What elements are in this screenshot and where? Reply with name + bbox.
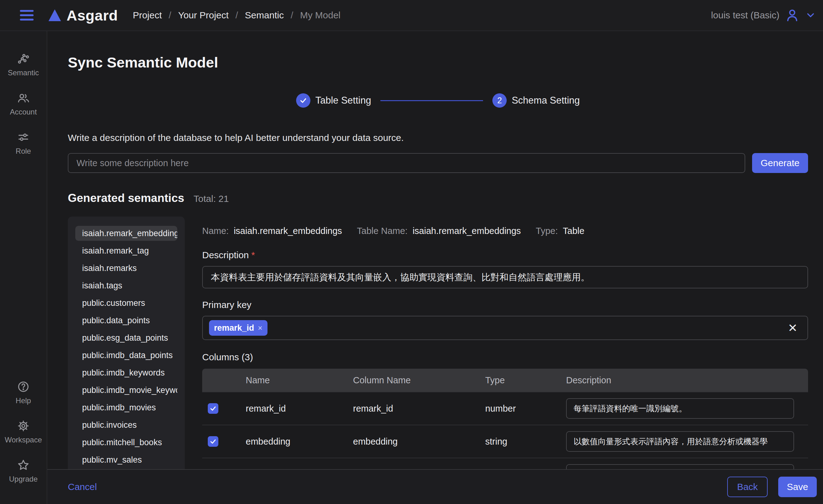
semantics-list-item[interactable]: isaiah.remark_embeddings [75, 226, 177, 241]
semantics-list-item[interactable]: public.mitchell_books [75, 435, 177, 450]
sidebar-item-help[interactable]: Help [0, 375, 47, 410]
cell-type: number [485, 403, 566, 414]
primary-key-chip: remark_id × [209, 320, 268, 336]
required-asterisk: * [251, 250, 255, 260]
breadcrumb-project[interactable]: Project [133, 10, 162, 20]
footer-actions: Back Save [727, 477, 817, 497]
name-value: isaiah.remark_embeddings [233, 226, 342, 236]
semantics-list-item[interactable]: public.invoices [75, 417, 177, 433]
table-name-label: Table Name: [357, 226, 408, 236]
primary-key-input[interactable]: remark_id × ✕ [202, 316, 808, 340]
generate-button[interactable]: Generate [752, 153, 808, 173]
help-circle-icon [17, 380, 30, 393]
table-name-value: isaiah.remark_embeddings [413, 226, 521, 236]
semantics-list-item[interactable]: public.mv_sales [75, 452, 177, 467]
detail-meta-row: Name: isaiah.remark_embeddings Table Nam… [202, 226, 808, 236]
columns-count-label: Columns (3) [202, 352, 808, 362]
footer-bar: Cancel Back Save [47, 469, 823, 504]
breadcrumb-separator: / [235, 10, 238, 20]
step-2-label[interactable]: Schema Setting [512, 95, 580, 106]
step-2-indicator[interactable]: 2 [492, 93, 507, 108]
cell-type: string [485, 437, 566, 447]
sidebar-item-account[interactable]: Account [0, 87, 47, 121]
total-count: Total: 21 [193, 193, 228, 204]
semantics-list-item[interactable]: isaiah.remark_tag [75, 243, 177, 258]
name-label: Name: [202, 226, 228, 236]
cell-name: remark_id [246, 403, 353, 414]
table-description-input[interactable]: 本資料表主要用於儲存評語資料及其向量嵌入，協助實現資料查詢、比對和自然語言處理應… [202, 266, 808, 288]
top-nav: Asgard Project / Your Project / Semantic… [0, 0, 823, 31]
sidebar-item-label: Upgrade [9, 475, 38, 484]
semantics-list-item[interactable]: public.imdb_keywords [75, 365, 177, 380]
user-menu[interactable]: louis test (Basic) [711, 8, 816, 22]
semantics-list-item[interactable]: public.customers [75, 296, 177, 311]
header-column-name: Column Name [353, 375, 485, 385]
type-label: Type: [536, 226, 558, 236]
columns-table-header: Name Column Name Type Description [202, 369, 808, 392]
gear-icon [17, 419, 30, 433]
user-name: louis test (Basic) [711, 10, 780, 20]
database-description-input[interactable] [68, 153, 745, 173]
checkmark-icon [209, 438, 217, 445]
logo-triangle-icon [48, 9, 61, 21]
breadcrumb-separator: / [291, 10, 293, 20]
column-description-input[interactable]: 以數值向量形式表示評語內容，用於語意分析或機器學 [566, 431, 794, 452]
breadcrumb-your-project[interactable]: Your Project [178, 10, 228, 20]
semantics-list: isaiah.remark_embeddingsisaiah.remark_ta… [68, 216, 185, 487]
logo: Asgard [48, 7, 118, 24]
header-type: Type [485, 375, 566, 385]
page-title: Sync Semantic Model [68, 54, 808, 71]
chip-remove-icon[interactable]: × [258, 324, 263, 333]
step-1-check-icon[interactable] [296, 93, 310, 108]
sidebar-item-role[interactable]: Role [0, 126, 47, 161]
sidebar: Semantic Account Role Help Workspace [0, 31, 47, 504]
logo-text: Asgard [66, 7, 118, 24]
cell-column-name: embedding [353, 437, 485, 447]
row-checkbox[interactable] [208, 403, 218, 414]
step-connector-line [380, 100, 483, 101]
semantics-list-item[interactable]: public.imdb_movies [75, 400, 177, 415]
semantics-list-item[interactable]: isaiah.remarks [75, 261, 177, 276]
clear-all-icon[interactable]: ✕ [788, 322, 798, 334]
user-avatar-icon[interactable] [785, 8, 799, 22]
sidebar-item-semantic[interactable]: Semantic [0, 47, 47, 82]
description-prompt: Write a description of the database to h… [68, 133, 808, 143]
table-row: embedding embedding string 以數值向量形式表示評語內容… [202, 425, 808, 458]
semantics-list-item[interactable]: isaiah.tags [75, 278, 177, 293]
back-button[interactable]: Back [727, 477, 768, 497]
semantics-list-item[interactable]: public.esg_data_points [75, 330, 177, 345]
table-row: remark_id remark_id number 每筆評語資料的唯一識別編號… [202, 392, 808, 425]
breadcrumb-separator: / [169, 10, 171, 20]
sidebar-item-label: Role [16, 147, 31, 156]
semantics-list-item[interactable]: public.imdb_movie_keywords [75, 383, 177, 397]
cancel-link[interactable]: Cancel [68, 482, 97, 492]
step-1-label[interactable]: Table Setting [315, 95, 371, 106]
menu-icon[interactable] [20, 10, 34, 20]
cell-column-name: remark_id [353, 403, 485, 414]
checkmark-icon [209, 405, 217, 412]
sidebar-item-label: Help [16, 396, 31, 405]
sidebar-item-label: Semantic [8, 68, 39, 77]
chevron-down-icon[interactable] [805, 10, 816, 21]
sliders-icon [17, 131, 30, 144]
sidebar-item-upgrade[interactable]: Upgrade [0, 454, 47, 488]
column-description-input[interactable]: 每筆評語資料的唯一識別編號。 [566, 398, 794, 419]
primary-key-label: Primary key [202, 300, 808, 310]
description-field-label: Description* [202, 250, 808, 261]
row-checkbox[interactable] [208, 436, 218, 447]
sidebar-item-workspace[interactable]: Workspace [0, 414, 47, 449]
people-icon [17, 92, 30, 105]
breadcrumb-my-model: My Model [300, 10, 341, 20]
header-description: Description [566, 375, 808, 385]
type-value: Table [563, 226, 585, 236]
save-button[interactable]: Save [778, 477, 817, 497]
semantics-body: isaiah.remark_embeddingsisaiah.remark_ta… [68, 216, 808, 504]
semantics-list-item[interactable]: public.imdb_data_points [75, 348, 177, 363]
semantic-detail-panel: Name: isaiah.remark_embeddings Table Nam… [202, 216, 808, 504]
section-title: Generated semantics [68, 192, 184, 205]
share-network-icon [17, 52, 30, 65]
semantics-list-item[interactable]: public.data_points [75, 313, 177, 328]
breadcrumb-semantic[interactable]: Semantic [245, 10, 284, 20]
wizard-stepper: Table Setting 2 Schema Setting [68, 93, 808, 108]
cell-name: embedding [246, 437, 353, 447]
